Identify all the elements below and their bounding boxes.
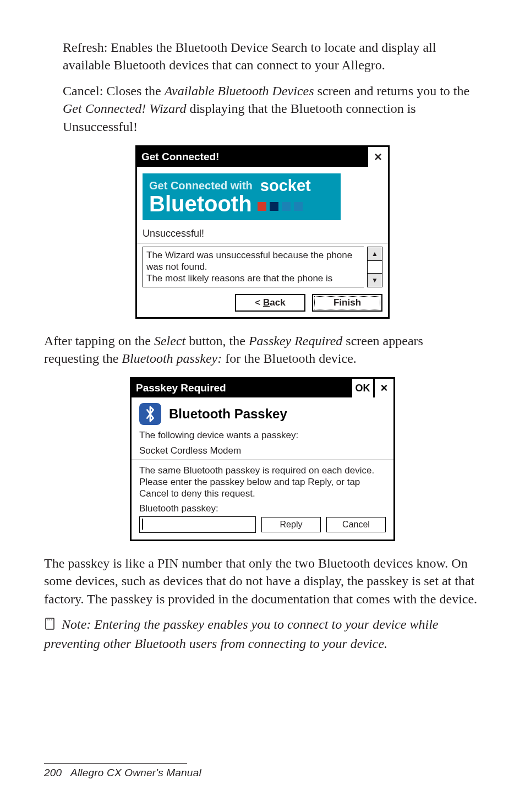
close-icon[interactable]: × [373,379,393,397]
cancel-button[interactable]: Cancel [326,517,386,532]
text: After tapping on the [44,334,154,348]
italic-text: Select [154,334,185,348]
passkey-field-label: Bluetooth passkey: [139,503,386,514]
passkey-input[interactable] [139,516,256,533]
body-paragraph-refresh: Refresh: Enables the Bluetooth Device Se… [63,39,481,74]
error-message-textbox: The Wizard was unsuccessful because the … [143,247,364,287]
dialog-heading: Bluetooth Passkey [169,406,287,422]
footer-rule [44,763,187,764]
titlebar: Passkey Required OK × [132,379,393,397]
note-icon [44,617,56,635]
text: button, the [189,334,249,348]
bluetooth-icon [139,403,161,425]
scroll-down-icon[interactable]: ▼ [368,273,382,287]
banner-get-connected-label: Get Connected with [149,179,253,192]
close-icon[interactable]: × [367,147,388,167]
italic-text: Passkey Required [249,334,342,348]
scrollbar[interactable]: ▲ ▼ [367,247,382,287]
back-button[interactable]: < Back [235,294,305,312]
signal-bars-icon [258,202,303,211]
footer-title: Allegro CX Owner's Manual [70,767,201,778]
note-text: Note: Entering the passkey enables you t… [44,617,438,651]
text: screen and returns you to the [318,84,470,98]
text: < [255,297,263,308]
passkey-required-dialog: Passkey Required OK × Bluetooth Passkey … [130,377,395,541]
italic-text: Get Connected! Wizard [63,101,186,116]
svg-point-3 [51,619,52,620]
banner-socket-label: socket [260,178,311,194]
italic-text: Available Bluetooth Devices [165,84,314,98]
caret-icon [142,519,143,530]
page-footer: 200 Allegro CX Owner's Manual [44,763,201,779]
ok-button[interactable]: OK [351,379,373,397]
get-connected-dialog: Get Connected! × Get Connected with sock… [135,145,390,319]
text: ack [270,297,285,308]
reply-button[interactable]: Reply [261,517,321,532]
page-number: 200 [44,767,62,778]
text: for the Bluetooth device. [225,351,357,366]
window-title: Passkey Required [132,379,351,397]
svg-point-2 [50,619,51,620]
text: Cancel: Closes the [63,84,165,98]
body-paragraph-cancel: Cancel: Closes the Available Bluetooth D… [63,82,481,135]
body-paragraph-passkey-explain: The passkey is like a PIN number that on… [44,554,481,608]
unsuccessful-label: Unsuccessful! [143,227,382,243]
window-title: Get Connected! [137,147,367,167]
underline-accel: B [263,297,270,308]
svg-point-1 [47,619,48,620]
banner-bluetooth-label: Bluetooth [149,193,252,215]
titlebar: Get Connected! × [137,147,388,167]
note-paragraph: Note: Entering the passkey enables you t… [44,615,481,653]
passkey-device-name: Socket Cordless Modem [139,445,386,456]
divider [132,460,393,460]
scroll-up-icon[interactable]: ▲ [368,247,382,261]
banner: Get Connected with socket Bluetooth [143,173,341,220]
italic-text: Bluetooth passkey: [122,351,222,366]
finish-button[interactable]: Finish [312,294,382,312]
passkey-line1: The following device wants a passkey: [139,429,386,441]
body-paragraph-after-select: After tapping on the Select button, the … [44,332,481,368]
passkey-instructions: The same Bluetooth passkey is required o… [139,465,386,500]
